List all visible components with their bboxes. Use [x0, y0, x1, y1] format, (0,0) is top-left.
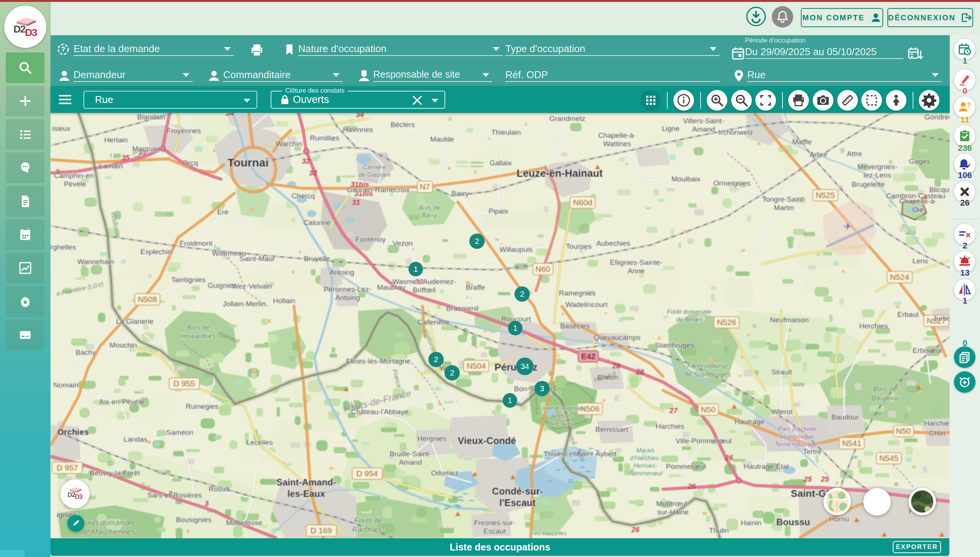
svg-text:N7: N7 [420, 182, 430, 191]
svg-text:D3: D3 [25, 27, 37, 38]
svg-text:Lamain: Lamain [99, 162, 123, 170]
svg-text:Pévèle: Pévèle [64, 180, 86, 188]
svg-text:Fontenoy: Fontenoy [355, 235, 386, 243]
svg-text:Forêt domaniale: Forêt domaniale [538, 405, 585, 412]
svg-text:Amand: Amand [692, 125, 715, 133]
svg-text:Warchin: Warchin [276, 140, 302, 148]
svg-text:Hollain: Hollain [273, 297, 295, 305]
svg-text:économique: économique [780, 433, 813, 440]
svg-text:Baudour: Baudour [871, 394, 899, 402]
svg-text:Howardries: Howardries [181, 332, 216, 340]
svg-text:Gaurain-Ramecroix: Gaurain-Ramecroix [347, 186, 410, 194]
svg-text:Bois de: Bois de [187, 324, 210, 332]
svg-text:N50: N50 [896, 426, 911, 435]
svg-text:N60: N60 [536, 265, 550, 273]
svg-text:Stambruges: Stambruges [655, 341, 694, 349]
svg-text:Bernissart: Bernissart [595, 425, 628, 433]
svg-text:Oie: Oie [912, 206, 924, 214]
svg-text:Sirault: Sirault [771, 368, 792, 376]
svg-text:28: 28 [612, 362, 621, 370]
svg-text:Pommerœul: Pommerœul [629, 470, 662, 477]
svg-text:D 169: D 169 [310, 526, 332, 535]
svg-text:35: 35 [121, 154, 130, 162]
svg-text:Rosult: Rosult [209, 485, 230, 493]
svg-text:✈: ✈ [844, 221, 851, 232]
svg-text:Forêt domaniale: Forêt domaniale [80, 518, 136, 527]
svg-text:Orcq: Orcq [182, 159, 198, 167]
svg-text:E42: E42 [581, 352, 595, 361]
svg-text:sur-Haine: sur-Haine [657, 508, 689, 516]
svg-text:Bruyelle: Bruyelle [304, 255, 330, 263]
svg-text:de Stambruges: de Stambruges [684, 371, 731, 378]
svg-text:Orchies: Orchies [57, 427, 89, 437]
svg-text:Lecelles: Lecelles [246, 438, 273, 446]
svg-text:isieux: isieux [52, 124, 71, 132]
svg-text:l'Escaut: l'Escaut [500, 497, 536, 508]
svg-text:34: 34 [225, 113, 234, 117]
svg-text:Taintignies: Taintignies [171, 276, 206, 284]
svg-text:Ere: Ere [217, 208, 229, 216]
svg-text:Moulbaix: Moulbaix [671, 175, 701, 183]
svg-text:D 957: D 957 [57, 463, 78, 472]
svg-text:25: 25 [803, 475, 812, 483]
svg-text:Tourpes: Tourpes [566, 242, 592, 250]
svg-text:Barry: Barry [422, 212, 438, 219]
svg-text:Odomez: Odomez [431, 469, 459, 477]
svg-text:Jollain-Merlin: Jollain-Merlin [223, 300, 266, 308]
svg-text:Les Vaucelles: Les Vaucelles [531, 530, 567, 536]
svg-text:D2: D2 [68, 491, 75, 498]
svg-text:Briffœil: Briffœil [413, 286, 436, 294]
svg-text:Vezon: Vezon [393, 239, 413, 247]
svg-text:Harchies: Harchies [656, 422, 684, 430]
svg-text:Antoing: Antoing [330, 268, 354, 276]
svg-text:Forêt domaniale: Forêt domaniale [667, 309, 711, 315]
svg-text:Millonfosse: Millonfosse [226, 519, 262, 527]
svg-text:Vieux-Condé: Vieux-Condé [458, 435, 516, 446]
svg-text:La Glanerie: La Glanerie [116, 317, 154, 325]
svg-text:Forêt de: Forêt de [354, 516, 382, 524]
svg-text:Hainin: Hainin [741, 519, 761, 527]
svg-text:Esplechin: Esplechin [140, 248, 172, 256]
svg-text:Froidmont: Froidmont [180, 239, 212, 247]
svg-text:Bois de: Bois de [873, 385, 897, 393]
svg-text:Saint-Amand-: Saint-Amand- [276, 477, 336, 487]
svg-text:Carrière: Carrière [363, 163, 386, 171]
svg-text:Pipaix: Pipaix [488, 207, 508, 215]
svg-text:Beuvry-la-Forêt: Beuvry-la-Forêt [90, 469, 140, 477]
svg-text:Baudour: Baudour [831, 413, 859, 421]
svg-text:Neufmaison: Neufmaison [770, 316, 808, 324]
svg-text:Marais: Marais [636, 447, 655, 454]
svg-text:N525: N525 [816, 191, 835, 199]
svg-text:Saméon: Saméon [167, 428, 194, 436]
svg-text:Bruille-Saint-: Bruille-Saint- [390, 450, 431, 458]
svg-text:de Belœil: de Belœil [676, 316, 702, 323]
svg-text:Saint-Maur: Saint-Maur [240, 255, 276, 263]
svg-text:les-Eaux: les-Eaux [287, 488, 325, 499]
svg-text:Fresnes-sur-: Fresnes-sur- [474, 519, 515, 527]
svg-text:Hautrage-État: Hautrage-État [744, 462, 789, 470]
svg-text:Gages: Gages [909, 157, 930, 165]
svg-text:Antoing: Antoing [335, 294, 360, 302]
svg-text:Herchies: Herchies [859, 322, 888, 330]
svg-text:Arbre: Arbre [810, 150, 827, 158]
svg-text:Thulin: Thulin [709, 526, 729, 534]
svg-text:Landas: Landas [124, 435, 147, 443]
svg-text:Gallaix: Gallaix [490, 159, 512, 167]
svg-text:de Marchiennes: de Marchiennes [81, 528, 135, 536]
svg-text:Tertre: Tertre [803, 448, 822, 456]
svg-text:Hornu: Hornu [829, 515, 849, 523]
svg-text:N545: N545 [879, 454, 898, 462]
svg-text:Péronnes-Lez-: Péronnes-Lez- [324, 285, 372, 293]
svg-text:Camphin-en-: Camphin-en- [54, 172, 96, 180]
svg-text:Mévergnies-: Mévergnies- [858, 163, 898, 171]
svg-text:de Gaurain: de Gaurain [358, 171, 390, 178]
svg-text:Bachy: Bachy [76, 348, 96, 356]
svg-text:Cambron-Casteau: Cambron-Casteau [886, 192, 945, 200]
svg-text:Jurbis: Jurbis [933, 314, 950, 322]
svg-text:Braffe: Braffe [466, 283, 485, 291]
svg-text:25: 25 [820, 475, 829, 483]
svg-text:Barry: Barry [451, 189, 469, 198]
svg-text:Chercq: Chercq [291, 192, 315, 200]
svg-text:D 955: D 955 [173, 379, 195, 388]
svg-text:Lens: Lens [912, 257, 928, 265]
